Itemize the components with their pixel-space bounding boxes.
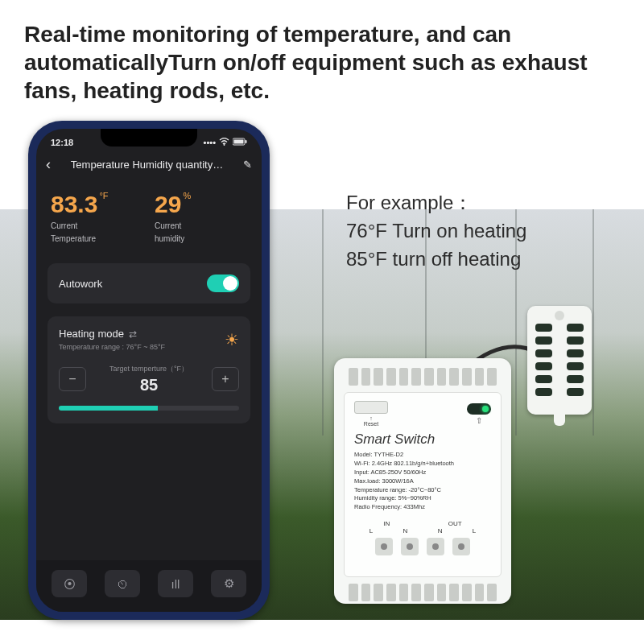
- target-label: Target temperture（°F）: [94, 364, 204, 374]
- bottom-nav: ⦿ ⏲ ıll ⚙: [36, 560, 262, 612]
- page-title: Temperature Humidity quantity…: [57, 159, 237, 171]
- edit-button[interactable]: ✎: [243, 159, 252, 171]
- wifi-icon: [219, 138, 229, 147]
- reset-button[interactable]: [354, 401, 388, 414]
- mode-card: Heating mode ⇄ Temperature range : 76°F …: [47, 316, 250, 423]
- autowork-label: Autowork: [59, 278, 102, 290]
- reading-humidity: 29% Current humidity: [155, 191, 247, 244]
- hum-label-1: Current: [155, 221, 247, 231]
- reading-temperature: 83.3°F Current Temperature: [51, 191, 143, 244]
- status-led: [467, 403, 491, 415]
- sun-icon: ☀: [225, 330, 239, 349]
- device-specs: Model: TYTHE-D2 Wi-Fi: 2.4GHz 802.11b/g/…: [354, 451, 491, 512]
- target-slider[interactable]: [59, 406, 239, 411]
- svg-rect-2: [234, 140, 244, 144]
- target-plus-button[interactable]: +: [212, 367, 239, 391]
- temp-label-1: Current: [51, 221, 143, 231]
- device-top-vents: [344, 368, 502, 386]
- hum-unit: %: [183, 191, 191, 200]
- svg-rect-3: [246, 140, 247, 143]
- device-terminals: [354, 538, 491, 555]
- io-n: N: [438, 527, 443, 535]
- temp-value: 83.3: [51, 191, 97, 218]
- sensor-probe: [527, 306, 592, 415]
- hum-value: 29: [155, 191, 181, 218]
- phone-screen: 12:18 •••• ‹ Temperature Humidity quanti…: [36, 129, 262, 612]
- terminal: [427, 538, 444, 555]
- io-n: N: [403, 527, 408, 535]
- hum-label-2: humidity: [155, 234, 247, 244]
- device-body: ↑Reset ⇧ Smart Switch Model: TYTHE-D2 Wi…: [344, 392, 502, 577]
- terminal: [452, 538, 470, 555]
- mode-subtitle: Temperature range : 76°F ~ 85°F: [59, 343, 165, 351]
- phone-frame: 12:18 •••• ‹ Temperature Humidity quanti…: [28, 121, 270, 620]
- spec-row: Radio Frequency: 433Mhz: [354, 503, 491, 512]
- temp-label-2: Temperature: [51, 234, 143, 244]
- smart-switch-device: ↑Reset ⇧ Smart Switch Model: TYTHE-D2 Wi…: [334, 358, 511, 604]
- mode-title: Heating mode: [59, 328, 124, 340]
- device-brand: Smart Switch: [354, 431, 491, 448]
- example-title: For example：: [346, 189, 526, 217]
- headline-text: Real-time monitoring of temperature, and…: [24, 20, 620, 105]
- device-bottom-vents: [344, 584, 502, 601]
- io-l: L: [369, 527, 373, 535]
- status-time: 12:18: [51, 138, 73, 147]
- autowork-card: Autowork: [47, 263, 250, 303]
- terminal: [375, 538, 393, 555]
- back-button[interactable]: ‹: [46, 156, 51, 173]
- example-block: For example： 76°F Turn on heating 85°F t…: [346, 189, 526, 273]
- temp-unit: °F: [99, 191, 108, 200]
- spec-row: Max.load: 3000W/16A: [354, 477, 491, 486]
- sensor-tail: [554, 411, 565, 426]
- target-value: 85: [94, 376, 204, 394]
- sensor-eye: [555, 311, 564, 320]
- swap-icon[interactable]: ⇄: [129, 328, 137, 340]
- spec-row: Model: TYTHE-D2: [354, 451, 491, 460]
- wifi-indicator-icon: ⇧: [467, 416, 491, 425]
- target-minus-button[interactable]: −: [59, 367, 86, 391]
- nav-home[interactable]: ⦿: [52, 570, 87, 597]
- spec-row: Humidity range: 5%~90%RH: [354, 494, 491, 503]
- example-line-2: 85°F turn off heating: [346, 246, 526, 274]
- spec-row: Wi-Fi: 2.4GHz 802.11b/g/n+bluetooth: [354, 460, 491, 469]
- svg-point-0: [224, 144, 225, 146]
- readings-block: 83.3°F Current Temperature 29% Current h…: [36, 183, 262, 257]
- battery-icon: [233, 138, 247, 147]
- spec-row: Temperature range: -20°C~80°C: [354, 486, 491, 495]
- page-header: ‹ Temperature Humidity quantity… ✎: [36, 150, 262, 183]
- io-in-label: IN: [383, 520, 390, 527]
- nav-settings[interactable]: ⚙: [211, 570, 246, 597]
- reset-label: ↑Reset: [354, 415, 388, 427]
- spec-row: Input: AC85-250V 50/60Hz: [354, 469, 491, 477]
- io-out-label: OUT: [448, 520, 462, 527]
- phone-notch: [101, 129, 197, 147]
- target-slider-fill: [59, 406, 158, 411]
- signal-icon: ••••: [204, 138, 216, 147]
- nav-stats[interactable]: ıll: [158, 570, 193, 597]
- terminal: [401, 538, 419, 555]
- io-l: L: [473, 527, 476, 535]
- example-line-1: 76°F Turn on heating: [346, 217, 526, 246]
- nav-timer[interactable]: ⏲: [105, 570, 140, 597]
- autowork-toggle[interactable]: [207, 275, 239, 292]
